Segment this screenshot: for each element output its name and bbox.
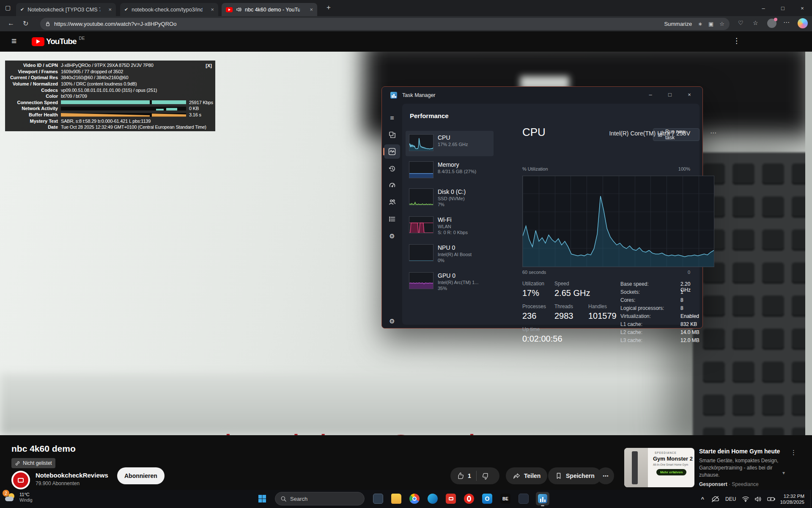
tm-minimize-button[interactable]: –	[641, 88, 660, 101]
profile-avatar[interactable]	[767, 19, 776, 28]
axis-label: 100%	[678, 166, 690, 171]
tm-nav-details-icon[interactable]	[388, 215, 396, 223]
tm-more-options-icon[interactable]: ⋯	[710, 129, 716, 137]
tm-maximize-button[interactable]: □	[660, 88, 680, 101]
youtube-logo[interactable]: YouTube DE	[32, 37, 85, 46]
browser-essentials-icon[interactable]: ♡	[738, 19, 743, 26]
split-screen-icon[interactable]: ▣	[708, 21, 713, 27]
tm-nav-performance-icon[interactable]	[388, 147, 396, 156]
memory-mini-graph	[409, 161, 433, 178]
connection-speed-graph	[61, 100, 186, 104]
detail-value: 8	[680, 305, 683, 311]
tab3-close-icon[interactable]: ×	[310, 6, 313, 13]
ad-title[interactable]: Starte dein Home Gym heute	[699, 448, 789, 455]
tm-nav-processes-icon[interactable]	[388, 130, 396, 139]
taskbar-app-window-icon[interactable]	[371, 492, 385, 505]
taskbar-dark-app-icon[interactable]	[517, 492, 530, 505]
browser-maximize-button[interactable]: □	[773, 5, 793, 11]
taskbar-task-manager-icon-active[interactable]	[536, 492, 549, 505]
ad-thumbnail[interactable]: SPEEDIANCE Gym Monster 2 All-In-One Smar…	[624, 448, 694, 487]
ad-collapse-chevron-icon[interactable]: ▾	[782, 470, 785, 476]
refresh-button[interactable]: ↻	[23, 19, 28, 28]
tm-device-gpu[interactable]: GPU 0 Intel(R) Arc(TM) 1... 35%	[406, 269, 494, 296]
summarize-button[interactable]: Summarize	[664, 21, 692, 27]
tm-nav-app-history-icon[interactable]	[388, 164, 396, 173]
browser-menu-icon[interactable]: ⋯	[783, 19, 790, 26]
tab1-close-icon[interactable]: ×	[108, 6, 112, 13]
ad-advertiser[interactable]: · Speediance	[729, 481, 759, 487]
favorite-star-icon[interactable]: ☆	[719, 21, 724, 27]
browser-tab-1[interactable]: ✔ Notebookcheck [TYPO3 CMS 7.6. ×	[16, 3, 116, 16]
stat-value: bt709 / bt709	[61, 94, 87, 99]
tray-chevron-up-icon[interactable]: ^	[701, 496, 705, 502]
save-button[interactable]: Speichern	[548, 467, 601, 484]
new-tab-button[interactable]: +	[326, 3, 331, 12]
ad-brand: SPEEDIANCE	[655, 451, 677, 454]
address-bar[interactable]: https://www.youtube.com/watch?v=J-x8HPyQ…	[40, 18, 730, 30]
subscriber-count: 79.900 Abonnenten	[36, 480, 80, 486]
device-name: GPU 0	[438, 272, 479, 279]
start-button[interactable]	[255, 492, 269, 505]
task-manager-titlebar[interactable]: Task Manager	[390, 92, 436, 99]
tray-language-indicator[interactable]: DEU	[725, 496, 736, 502]
browser-tab-3-active[interactable]: nbc 4k60 demo - YouTube ×	[222, 3, 317, 16]
thumbs-down-icon[interactable]	[482, 472, 490, 480]
ad-text-block[interactable]: Starte dein Home Gym heute Smarte Geräte…	[699, 448, 789, 488]
tab-actions-icon[interactable]: ▢	[5, 4, 11, 11]
thumbs-up-icon[interactable]	[456, 472, 464, 480]
tray-clock[interactable]: 12:32 PM 10/28/2025	[780, 493, 804, 505]
copilot-icon[interactable]	[798, 18, 808, 28]
stats-overlay-close-button[interactable]: [X]	[206, 63, 212, 68]
taskbar-file-explorer-icon[interactable]	[390, 492, 403, 505]
tm-device-cpu[interactable]: CPU 17% 2.65 GHz	[406, 131, 494, 156]
tm-nav-hamburger-icon[interactable]: ≡	[388, 114, 396, 122]
browser-close-button[interactable]: ×	[793, 5, 812, 11]
tab-audio-icon[interactable]	[236, 7, 241, 12]
axis-label: % Utilization	[522, 166, 548, 171]
tm-device-wifi[interactable]: Wi-Fi WLAN S: 0 R: 0 Kbps	[406, 213, 494, 240]
tm-settings-icon[interactable]: ⚙	[388, 317, 396, 326]
tm-device-npu[interactable]: NPU 0 Intel(R) AI Boost 0%	[406, 241, 494, 268]
page-scrollbar[interactable]	[805, 52, 812, 435]
browser-tab-2[interactable]: ✔ notebook-check.com/typo3/inde ×	[120, 3, 218, 16]
taskbar-opera-icon[interactable]	[462, 492, 476, 505]
taskbar-red-app-icon[interactable]	[444, 492, 458, 505]
tm-nav-users-icon[interactable]	[388, 198, 396, 206]
tm-device-memory[interactable]: Memory 8.4/31.5 GB (27%)	[406, 158, 494, 183]
tm-nav-services-icon[interactable]: ⚙	[388, 232, 396, 240]
share-button[interactable]: Teilen	[506, 467, 547, 484]
ad-menu-kebab-icon[interactable]: ⋮	[790, 449, 797, 456]
stat-value: 0 KB	[189, 106, 199, 111]
more-actions-button[interactable]: ⋯	[597, 467, 614, 484]
taskbar-be-app-icon[interactable]: BE	[499, 492, 512, 505]
tm-nav-startup-apps-icon[interactable]	[388, 181, 396, 189]
battery-charging-icon[interactable]	[767, 496, 776, 502]
tab2-close-icon[interactable]: ×	[211, 6, 214, 13]
browser-minimize-button[interactable]: –	[754, 5, 773, 11]
volume-icon[interactable]	[754, 496, 762, 502]
stat-label: Processes	[522, 304, 546, 309]
channel-name[interactable]: NotebookcheckReviews	[36, 472, 108, 479]
subscribe-button[interactable]: Abonnieren	[117, 467, 165, 484]
taskbar-chrome-icon[interactable]	[408, 492, 421, 505]
youtube-menu-kebab-icon[interactable]: ⋮	[733, 36, 740, 45]
tm-device-disk[interactable]: Disk 0 (C:) SSD (NVMe) 7%	[406, 185, 494, 212]
device-name: Wi-Fi	[438, 216, 468, 223]
youtube-guide-hamburger-icon[interactable]: ≡	[11, 36, 16, 46]
channel-avatar[interactable]	[11, 471, 30, 489]
taskbar-search[interactable]: Search	[275, 492, 365, 505]
favorites-icon[interactable]: ☆	[753, 19, 758, 26]
taskbar-weather-widget[interactable]: 2 11°C Windig	[4, 491, 33, 503]
show-desktop-button[interactable]	[810, 490, 812, 508]
network-activity-graph	[61, 107, 186, 110]
onedrive-paused-icon[interactable]	[711, 496, 719, 502]
taskbar-edge-icon[interactable]	[426, 492, 439, 505]
ad-cta-button[interactable]: Mehr erfahren	[656, 469, 686, 475]
wifi-icon[interactable]	[742, 496, 749, 502]
device-sub: 8.4/31.5 GB (27%)	[438, 169, 476, 174]
device-name: CPU	[438, 134, 468, 141]
back-button[interactable]: ←	[8, 19, 14, 27]
taskbar-outlook-icon[interactable]: O	[480, 492, 494, 505]
copilot-summarize-icon[interactable]: ∗	[698, 21, 702, 27]
tm-close-button[interactable]: ×	[680, 88, 699, 101]
